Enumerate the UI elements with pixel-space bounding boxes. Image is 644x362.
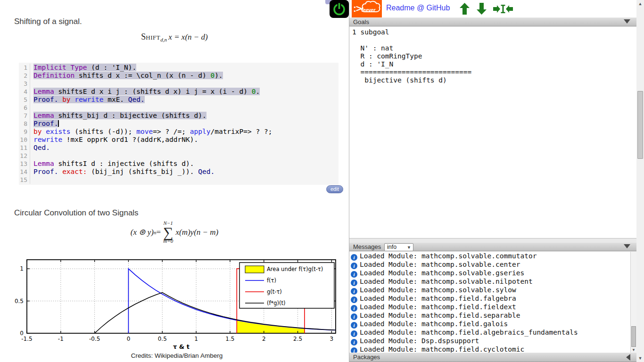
jscoq-panel: :> feever Readme @ GitHub Goals [349, 0, 636, 362]
jscoq-toolbar: :> feever Readme @ GitHub [349, 0, 637, 17]
code-lines: 1Implicit Type (d : 'I_N).2Definition sh… [19, 64, 339, 184]
collapse-goals-icon[interactable] [624, 19, 630, 24]
code-line[interactable]: 6 [19, 104, 339, 112]
message-item: iLoaded Module: mathcomp.field.fieldext [349, 303, 637, 311]
svg-text:1: 1 [20, 265, 24, 272]
code-line[interactable]: 8Proof. [19, 120, 339, 128]
code-text: Proof. [33, 120, 59, 127]
svg-text:(f*g)(t): (f*g)(t) [267, 300, 286, 306]
message-item: iLoaded Module: mathcomp.solvable.gserie… [349, 269, 637, 277]
code-text: by exists (shifts (-d)); move=> ? /=; ap… [33, 128, 272, 135]
code-line[interactable]: 5Proof. by rewrite mxE. Qed. [19, 96, 339, 104]
code-text: Proof. exact: (bij_inj (shifts_bij _)). … [33, 168, 215, 175]
info-icon: i [351, 322, 357, 329]
code-text: Definition shifts d x := \col_n (x (n - … [33, 72, 223, 79]
go-to-cursor-icon[interactable] [493, 3, 513, 15]
svg-text:2: 2 [262, 336, 266, 342]
document-pane: Shifting of a signal. SHIFTd,n x = x(n −… [0, 0, 349, 362]
svg-text:Area under f(τ)g(t-τ): Area under f(τ)g(t-τ) [267, 266, 323, 272]
info-icon: i [351, 296, 357, 303]
shift-formula: SHIFTd,n x = x(n − d) [0, 32, 349, 42]
code-line[interactable]: 7Lemma shifts_bij d : bijective (shifts … [19, 112, 339, 120]
message-text: Loaded Module: mathcomp.solvable.nilpote… [360, 278, 533, 285]
info-icon: i [351, 271, 357, 278]
messages-scrollbar[interactable]: ▼ [630, 252, 636, 353]
messages-panel-body[interactable]: iLoaded Module: mathcomp.solvable.commut… [349, 252, 637, 353]
svg-text:0.5: 0.5 [15, 298, 24, 304]
code-line[interactable]: 14Proof. exact: (bij_inj (shifts_bij _))… [19, 168, 339, 176]
messages-panel-header[interactable]: Messages info ▼ [349, 242, 637, 251]
page-scrollbar[interactable]: ▲ ▼ [636, 0, 644, 362]
message-item: iLoaded Module: mathcomp.field.galois [349, 320, 637, 328]
goals-title: Goals [353, 18, 369, 26]
collapse-messages-icon[interactable] [624, 244, 630, 248]
line-number: 12 [19, 152, 30, 160]
line-number: 5 [19, 96, 30, 104]
svg-text:-0.5: -0.5 [89, 336, 100, 342]
message-filter-select[interactable]: info ▼ [384, 243, 413, 251]
message-item: iLoaded Module: Dsp.dspsupport [349, 337, 637, 345]
code-text: Lemma shiftsE d x i j : (shifts d x) i j… [33, 88, 260, 95]
messages-scroll-down-icon[interactable]: ▼ [632, 348, 636, 352]
code-line[interactable]: 13Lemma shiftsI d : injective (shifts d)… [19, 160, 339, 168]
chart-credits: Credits: Wikipedia/Brian Amberg [14, 352, 339, 359]
scroll-up-icon[interactable]: ▲ [636, 0, 644, 8]
logo-text: feever [362, 8, 375, 13]
expand-packages-icon[interactable] [626, 354, 630, 361]
goals-text: 1 subgoal N' : nat R : comRingType d : '… [349, 27, 637, 86]
message-text: Loaded Module: mathcomp.field.galois [360, 320, 508, 328]
info-icon: i [351, 339, 357, 346]
code-line[interactable]: 1Implicit Type (d : 'I_N). [19, 64, 339, 72]
code-line[interactable]: 2Definition shifts d x := \col_n (x (n -… [19, 72, 339, 80]
goals-panel-body[interactable]: 1 subgoal N' : nat R : comRingType d : '… [349, 27, 637, 239]
info-icon: i [351, 347, 357, 353]
line-number: 7 [19, 112, 30, 120]
edit-button[interactable]: edit [326, 185, 343, 193]
step-forward-down-arrow-icon[interactable] [476, 2, 487, 15]
info-icon: i [351, 288, 357, 295]
line-number: 4 [19, 88, 30, 96]
feever-logo[interactable]: :> feever [352, 0, 382, 17]
code-line[interactable]: 15 [19, 176, 339, 184]
sum-operator: N−1 ∑ m=0 [163, 221, 173, 244]
messages-scrollbar-thumb[interactable] [631, 326, 636, 347]
info-icon: i [351, 254, 357, 261]
code-text: Proof. by rewrite mxE. Qed. [33, 96, 145, 103]
code-line[interactable]: 9by exists (shifts (-d)); move=> ? /=; a… [19, 128, 339, 136]
line-number: 10 [19, 136, 30, 144]
readme-github-link[interactable]: Readme @ GitHub [386, 4, 450, 12]
message-item: iLoaded Module: mathcomp.field.falgebra [349, 294, 637, 303]
packages-title: Packages [353, 353, 380, 362]
line-number: 14 [19, 168, 30, 176]
message-text: Loaded Module: mathcomp.field.separable [360, 312, 520, 319]
code-line[interactable]: 11Qed. [19, 144, 339, 152]
line-number: 8 [19, 120, 30, 128]
svg-text:0.5: 0.5 [158, 336, 167, 342]
svg-text:1: 1 [194, 336, 198, 342]
svg-text:g(t-τ): g(t-τ) [267, 288, 282, 295]
code-line[interactable]: 10rewrite !mxE opprK ord1 ?(addrK,addrNK… [19, 136, 339, 144]
message-item: iLoaded Module: mathcomp.field.algebraic… [349, 328, 637, 337]
line-number: 15 [19, 176, 30, 184]
messages-list: iLoaded Module: mathcomp.solvable.commut… [349, 252, 637, 353]
power-icon [330, 0, 349, 18]
message-item: iLoaded Module: mathcomp.solvable.commut… [349, 252, 637, 260]
line-number: 11 [19, 144, 30, 152]
code-line[interactable]: 12 [19, 152, 339, 160]
line-number: 1 [19, 64, 30, 72]
power-button[interactable] [330, 0, 349, 18]
message-item: iLoaded Module: mathcomp.solvable.sylow [349, 286, 637, 294]
message-item: iLoaded Module: mathcomp.solvable.center [349, 260, 637, 269]
line-number: 6 [19, 104, 30, 112]
code-line[interactable]: 3 [19, 80, 339, 88]
code-line[interactable]: 4Lemma shiftsE d x i j : (shifts d x) i … [19, 88, 339, 96]
page-scrollbar-thumb[interactable] [637, 91, 643, 159]
code-text: Qed. [33, 144, 50, 151]
step-back-up-arrow-icon[interactable] [459, 2, 470, 15]
scroll-down-icon[interactable]: ▼ [636, 354, 644, 362]
packages-panel-header[interactable]: Packages [349, 353, 637, 362]
goals-panel-header[interactable]: Goals [349, 17, 637, 26]
svg-text:τ & t: τ & t [173, 343, 190, 350]
code-text: rewrite !mxE opprK ord1 ?(addrK,addrNK). [33, 136, 198, 143]
code-editor[interactable]: 1Implicit Type (d : 'I_N).2Definition sh… [19, 63, 339, 185]
